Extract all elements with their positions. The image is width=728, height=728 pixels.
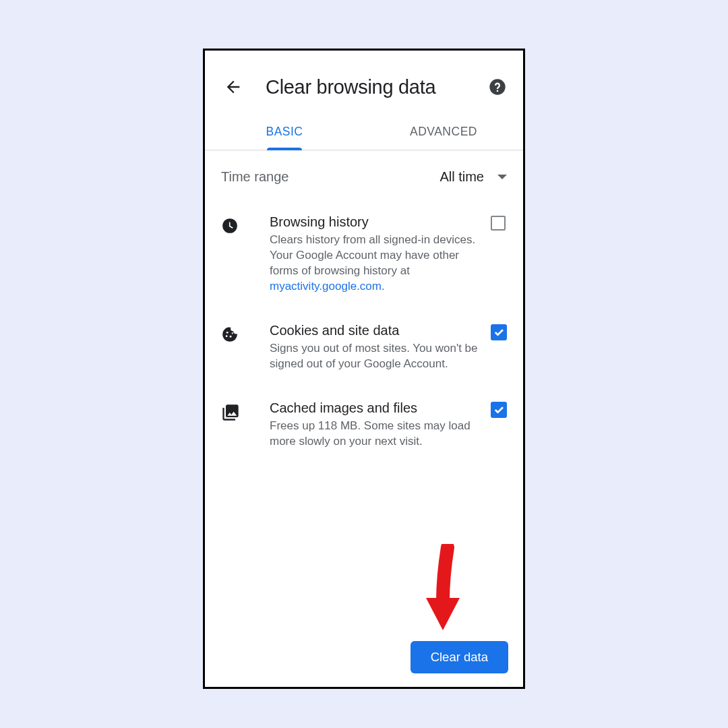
checkbox-checked-icon — [491, 402, 507, 418]
dialog-footer: Clear data — [411, 641, 508, 673]
tab-advanced[interactable]: ADVANCED — [364, 115, 523, 150]
option-title: Cached images and files — [270, 400, 479, 416]
red-arrow-annotation — [421, 544, 475, 638]
option-cookies[interactable]: Cookies and site data Signs you out of m… — [205, 307, 523, 384]
help-button[interactable] — [488, 78, 507, 96]
dialog-header: Clear browsing data — [205, 51, 523, 115]
dialog-title: Clear browsing data — [266, 76, 488, 98]
clear-browsing-data-dialog: Clear browsing data BASIC ADVANCED Time … — [203, 49, 525, 689]
tab-basic[interactable]: BASIC — [205, 115, 364, 150]
checkbox-unchecked-icon — [491, 216, 506, 231]
clear-data-button[interactable]: Clear data — [411, 641, 508, 673]
option-title: Browsing history — [270, 214, 479, 230]
option-description: Signs you out of most sites. You won't b… — [270, 341, 479, 372]
checkbox-browsing-history[interactable] — [491, 216, 507, 232]
svg-marker-6 — [426, 598, 460, 630]
back-button[interactable] — [221, 75, 245, 99]
svg-point-4 — [230, 336, 232, 338]
option-title: Cookies and site data — [270, 323, 479, 338]
option-description: Clears history from all signed-in device… — [270, 233, 479, 295]
help-icon — [488, 78, 507, 96]
clock-icon — [221, 217, 240, 237]
svg-point-2 — [226, 332, 229, 334]
images-icon — [221, 403, 240, 425]
svg-point-3 — [226, 335, 228, 337]
option-browsing-history[interactable]: Browsing history Clears history from all… — [205, 198, 523, 307]
option-cached[interactable]: Cached images and files Frees up 118 MB.… — [205, 384, 523, 462]
svg-point-5 — [232, 332, 233, 334]
cookie-icon — [221, 326, 240, 346]
option-description: Frees up 118 MB. Some sites may load mor… — [270, 419, 479, 450]
arrow-back-icon — [224, 78, 243, 96]
time-range-label: Time range — [221, 169, 289, 185]
myactivity-link[interactable]: myactivity.google.com — [270, 280, 382, 293]
checkbox-cached[interactable] — [491, 402, 507, 418]
chevron-down-icon — [497, 175, 507, 179]
svg-point-0 — [489, 79, 505, 94]
time-range-select[interactable]: All time — [439, 169, 507, 185]
time-range-row: Time range All time — [205, 150, 523, 198]
option-body: Cached images and files Frees up 118 MB.… — [240, 400, 491, 450]
checkbox-cookies[interactable] — [491, 324, 507, 340]
option-body: Browsing history Clears history from all… — [240, 214, 491, 295]
time-range-value: All time — [439, 169, 484, 185]
tab-bar: BASIC ADVANCED — [205, 115, 523, 150]
checkbox-checked-icon — [491, 324, 507, 340]
option-body: Cookies and site data Signs you out of m… — [240, 323, 491, 372]
